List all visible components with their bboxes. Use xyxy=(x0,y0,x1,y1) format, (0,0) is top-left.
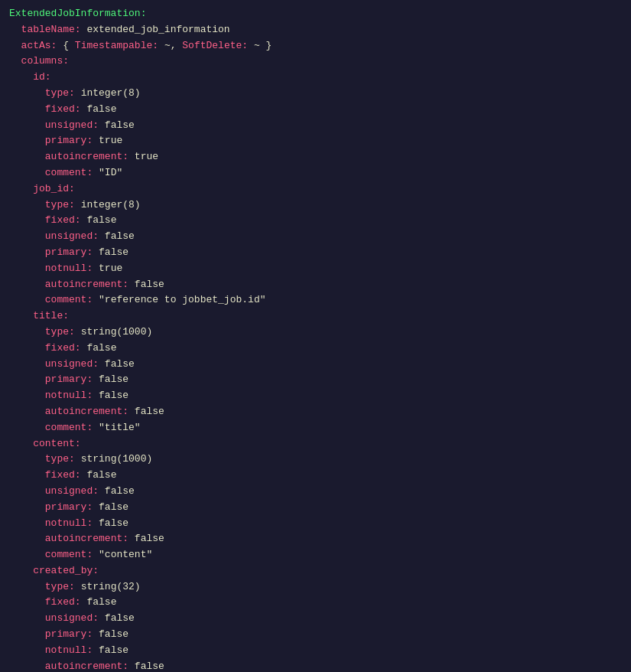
code-line: unsigned: false xyxy=(9,611,622,627)
yaml-key: id: xyxy=(33,71,50,83)
yaml-key: primary: xyxy=(45,135,93,146)
yaml-value: false xyxy=(105,358,135,370)
code-line: fixed: false xyxy=(9,341,622,357)
yaml-value: false xyxy=(99,644,128,656)
code-line: type: integer(8) xyxy=(9,86,622,102)
yaml-key: fixed: xyxy=(45,103,81,115)
code-line: type: string(1000) xyxy=(9,452,622,468)
code-line: autoincrement: false xyxy=(9,277,622,293)
code-line: autoincrement: false xyxy=(9,531,622,547)
punctuation: { xyxy=(63,40,75,51)
yaml-key: notnull: xyxy=(45,517,93,529)
code-line: comment: "content" xyxy=(9,547,622,563)
yaml-value: integer(8) xyxy=(81,87,141,99)
code-line: notnull: false xyxy=(9,388,622,404)
yaml-value: false xyxy=(99,246,128,258)
yaml-key: unsigned: xyxy=(45,612,99,624)
yaml-value: true xyxy=(99,135,122,146)
code-line: notnull: true xyxy=(9,261,622,277)
code-line: columns: xyxy=(9,54,622,70)
yaml-value: string(1000) xyxy=(81,326,153,338)
yaml-value: false xyxy=(99,628,128,640)
yaml-value: false xyxy=(135,661,164,672)
code-line: content: xyxy=(9,436,622,452)
code-line: job_id: xyxy=(9,181,622,197)
yaml-value: string(1000) xyxy=(81,453,153,465)
yaml-value: false xyxy=(86,469,116,481)
code-line: notnull: false xyxy=(9,643,622,659)
yaml-key: comment: xyxy=(45,167,93,178)
code-line: unsigned: false xyxy=(9,229,622,245)
yaml-string: "content" xyxy=(99,549,152,560)
yaml-value: false xyxy=(86,342,116,354)
code-line: unsigned: false xyxy=(9,118,622,134)
code-line: ExtendedJobInformation: xyxy=(9,6,622,22)
yaml-key: actAs: xyxy=(21,40,57,51)
code-line: primary: false xyxy=(9,372,622,388)
yaml-value: true xyxy=(99,263,122,274)
code-line: type: integer(8) xyxy=(9,197,622,214)
yaml-key: autoincrement: xyxy=(45,406,128,417)
yaml-value: false xyxy=(99,517,128,529)
yaml-key: comment: xyxy=(45,422,93,433)
code-line: primary: false xyxy=(9,245,622,261)
yaml-value: string(32) xyxy=(81,581,141,592)
code-line: type: string(1000) xyxy=(9,325,622,341)
yaml-value: false xyxy=(105,612,135,624)
code-line: created_by: xyxy=(9,563,622,579)
yaml-value: false xyxy=(105,119,135,131)
yaml-key: unsigned: xyxy=(45,230,99,242)
yaml-key: content: xyxy=(33,438,80,449)
yaml-key: tableName: xyxy=(21,24,81,35)
yaml-key: fixed: xyxy=(45,214,81,226)
code-line: title: xyxy=(9,308,622,325)
code-line: autoincrement: true xyxy=(9,149,622,165)
yaml-value: false xyxy=(99,501,128,513)
yaml-value: true xyxy=(135,151,158,162)
code-line: fixed: false xyxy=(9,468,622,484)
yaml-key: type: xyxy=(45,453,75,465)
code-line: fixed: false xyxy=(9,102,622,118)
yaml-key: primary: xyxy=(45,628,93,640)
code-line: tableName: extended_job_information xyxy=(9,22,622,38)
yaml-key: autoincrement: xyxy=(45,661,128,672)
code-line: notnull: false xyxy=(9,516,622,532)
yaml-key: type: xyxy=(45,326,75,338)
yaml-key: notnull: xyxy=(45,263,93,274)
yaml-key: autoincrement: xyxy=(45,151,128,162)
yaml-value: integer(8) xyxy=(81,199,141,210)
yaml-key: title: xyxy=(33,310,69,321)
code-line: actAs: { Timestampable: ~, SoftDelete: ~… xyxy=(9,38,622,54)
yaml-key: job_id: xyxy=(33,183,75,194)
code-line: id: xyxy=(9,70,622,86)
yaml-key: primary: xyxy=(45,374,93,385)
yaml-key: comment: xyxy=(45,294,93,305)
yaml-key: fixed: xyxy=(45,469,81,481)
yaml-value: false xyxy=(86,103,116,115)
yaml-key: comment: xyxy=(45,549,93,560)
yaml-key: notnull: xyxy=(45,644,93,656)
yaml-key: primary: xyxy=(45,501,93,513)
yaml-key: fixed: xyxy=(45,596,81,608)
code-line: unsigned: false xyxy=(9,357,622,373)
code-line: primary: false xyxy=(9,627,622,643)
yaml-key: type: xyxy=(45,581,75,592)
yaml-key: columns: xyxy=(21,55,69,67)
code-editor: ExtendedJobInformation: tableName: exten… xyxy=(9,6,622,672)
yaml-value: ~, xyxy=(164,40,177,51)
code-line: comment: "ID" xyxy=(9,165,622,181)
yaml-key: Timestampable: xyxy=(75,40,158,51)
yaml-key: notnull: xyxy=(45,390,93,401)
code-line: fixed: false xyxy=(9,595,622,611)
yaml-key: unsigned: xyxy=(45,119,99,131)
yaml-key: SoftDelete: xyxy=(182,40,248,51)
code-line: primary: false xyxy=(9,500,622,516)
code-line: autoincrement: false xyxy=(9,659,622,672)
code-line: primary: true xyxy=(9,133,622,149)
yaml-key: fixed: xyxy=(45,342,81,354)
yaml-string: "title" xyxy=(99,422,141,433)
yaml-value: false xyxy=(86,596,116,608)
yaml-key: primary: xyxy=(45,246,93,258)
yaml-value: extended_job_information xyxy=(86,24,229,35)
code-line: fixed: false xyxy=(9,213,622,229)
